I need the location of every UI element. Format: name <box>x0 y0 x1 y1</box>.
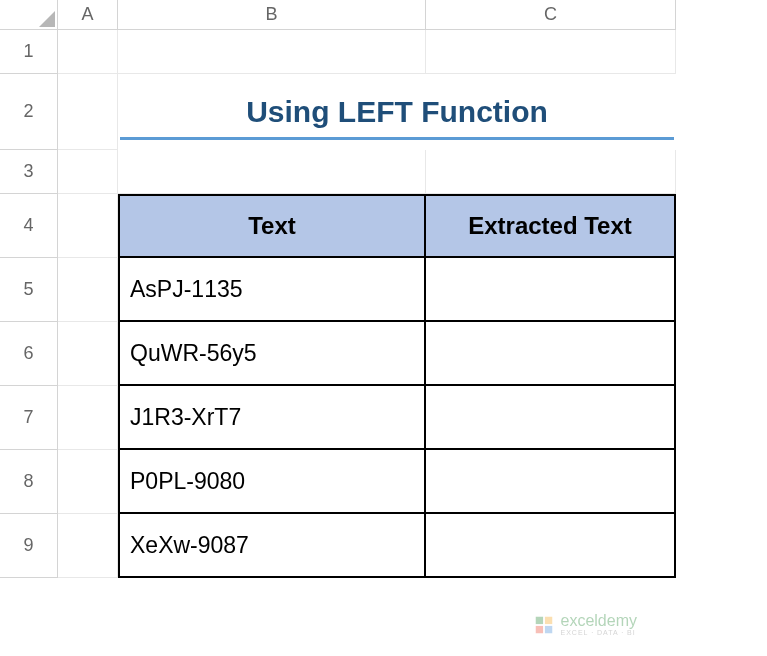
row-header-4[interactable]: 4 <box>0 194 58 258</box>
table-row[interactable]: QuWR-56y5 <box>118 322 426 386</box>
cell-a7[interactable] <box>58 386 118 450</box>
page-title: Using LEFT Function <box>246 95 548 129</box>
title-cell[interactable]: Using LEFT Function <box>118 74 676 150</box>
title-underline <box>120 137 674 140</box>
table-row[interactable] <box>426 386 676 450</box>
spreadsheet-grid: A B C 1 2 Using LEFT Function 3 4 Text E… <box>0 0 767 578</box>
cell-c3[interactable] <box>426 150 676 194</box>
row-header-3[interactable]: 3 <box>0 150 58 194</box>
cell-b3[interactable] <box>118 150 426 194</box>
cell-a9[interactable] <box>58 514 118 578</box>
row-header-2[interactable]: 2 <box>0 74 58 150</box>
svg-rect-3 <box>544 625 551 632</box>
exceldemy-logo-icon <box>533 614 555 636</box>
table-row[interactable]: P0PL-9080 <box>118 450 426 514</box>
table-row[interactable] <box>426 514 676 578</box>
col-header-a[interactable]: A <box>58 0 118 30</box>
table-header-text[interactable]: Text <box>118 194 426 258</box>
cell-a1[interactable] <box>58 30 118 74</box>
table-row[interactable] <box>426 322 676 386</box>
cell-a2[interactable] <box>58 74 118 150</box>
table-row[interactable]: J1R3-XrT7 <box>118 386 426 450</box>
table-row[interactable] <box>426 450 676 514</box>
watermark-tagline: EXCEL · DATA · BI <box>561 629 637 636</box>
row-header-8[interactable]: 8 <box>0 450 58 514</box>
row-header-9[interactable]: 9 <box>0 514 58 578</box>
cell-a4[interactable] <box>58 194 118 258</box>
table-row[interactable] <box>426 258 676 322</box>
cell-c1[interactable] <box>426 30 676 74</box>
svg-rect-1 <box>544 616 551 623</box>
select-all-corner[interactable] <box>0 0 58 30</box>
cell-a5[interactable] <box>58 258 118 322</box>
table-header-extracted[interactable]: Extracted Text <box>426 194 676 258</box>
watermark: exceldemy EXCEL · DATA · BI <box>533 613 637 636</box>
col-header-c[interactable]: C <box>426 0 676 30</box>
row-header-6[interactable]: 6 <box>0 322 58 386</box>
row-header-1[interactable]: 1 <box>0 30 58 74</box>
cell-a6[interactable] <box>58 322 118 386</box>
cell-a3[interactable] <box>58 150 118 194</box>
row-header-7[interactable]: 7 <box>0 386 58 450</box>
table-row[interactable]: XeXw-9087 <box>118 514 426 578</box>
table-row[interactable]: AsPJ-1135 <box>118 258 426 322</box>
row-header-5[interactable]: 5 <box>0 258 58 322</box>
cell-a8[interactable] <box>58 450 118 514</box>
svg-rect-0 <box>535 616 542 623</box>
col-header-b[interactable]: B <box>118 0 426 30</box>
svg-rect-2 <box>535 625 542 632</box>
watermark-brand: exceldemy <box>561 613 637 629</box>
cell-b1[interactable] <box>118 30 426 74</box>
